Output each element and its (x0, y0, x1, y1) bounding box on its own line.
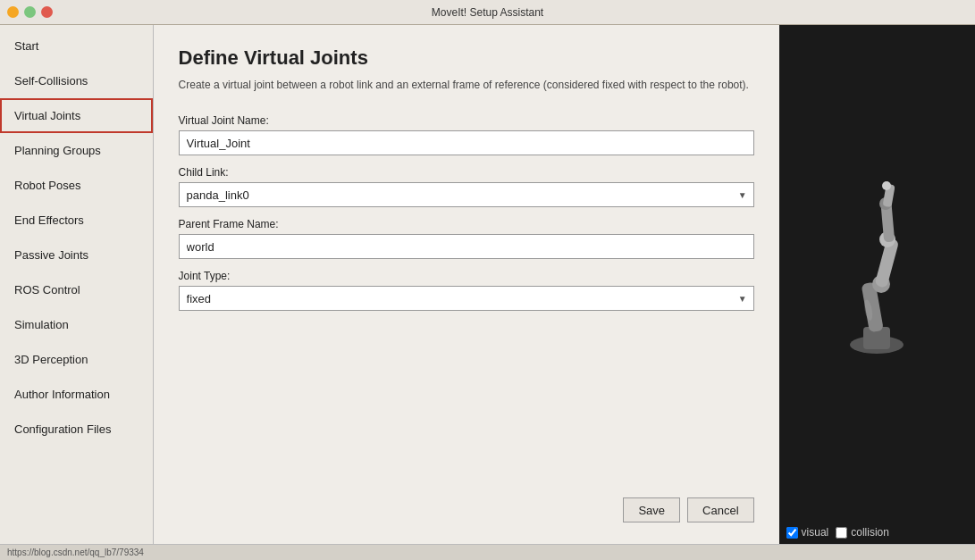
joint-type-select-wrapper: fixed floating planar (179, 286, 754, 311)
button-row: Save Cancel (179, 480, 754, 522)
page-description: Create a virtual joint between a robot l… (179, 77, 754, 93)
sidebar-item-end-effectors[interactable]: End Effectors (0, 203, 153, 238)
parent-frame-name-label: Parent Frame Name: (179, 218, 754, 230)
child-link-select-wrapper: panda_link0 (179, 182, 754, 207)
collision-checkbox-label[interactable]: collision (836, 526, 889, 539)
sidebar-item-passive-joints[interactable]: Passive Joints (0, 238, 153, 272)
svg-point-9 (882, 181, 891, 190)
sidebar-item-virtual-joints[interactable]: Virtual Joints (0, 98, 153, 133)
maximize-button[interactable] (24, 6, 36, 18)
virtual-joint-name-group: Virtual Joint Name: (179, 114, 754, 155)
child-link-label: Child Link: (179, 166, 754, 179)
sidebar: Start Self-Collisions Virtual Joints Pla… (0, 25, 154, 544)
parent-frame-name-group: Parent Frame Name: (179, 218, 754, 259)
child-link-group: Child Link: panda_link0 (179, 166, 754, 207)
page-title: Define Virtual Joints (179, 46, 754, 70)
sidebar-item-author-information[interactable]: Author Information (0, 377, 153, 412)
sidebar-item-3d-perception[interactable]: 3D Perception (0, 342, 153, 377)
robot-controls: visual collision (779, 521, 975, 544)
sidebar-item-robot-poses[interactable]: Robot Poses (0, 168, 153, 203)
title-bar: MoveIt! Setup Assistant (0, 0, 975, 25)
status-text: https://blog.csdn.net/qq_lb7/79334 (7, 547, 144, 557)
sidebar-item-start[interactable]: Start (0, 29, 153, 63)
window-title: MoveIt! Setup Assistant (61, 6, 914, 19)
sidebar-item-configuration-files[interactable]: Configuration Files (0, 412, 153, 447)
sidebar-item-ros-control[interactable]: ROS Control (0, 272, 153, 307)
robot-panel: visual collision (779, 25, 975, 544)
child-link-select[interactable]: panda_link0 (179, 182, 754, 207)
robot-arm-graphic (805, 175, 948, 372)
close-button[interactable] (41, 6, 53, 18)
collision-label: collision (851, 526, 889, 539)
joint-type-group: Joint Type: fixed floating planar (179, 270, 754, 311)
content-area: Define Virtual Joints Create a virtual j… (154, 25, 779, 544)
minimize-button[interactable] (7, 6, 19, 18)
joint-type-select[interactable]: fixed floating planar (179, 286, 754, 311)
virtual-joint-name-label: Virtual Joint Name: (179, 114, 754, 127)
virtual-joint-name-input[interactable] (179, 130, 754, 155)
sidebar-item-self-collisions[interactable]: Self-Collisions (0, 63, 153, 98)
save-button[interactable]: Save (623, 497, 680, 522)
collision-checkbox[interactable] (836, 527, 847, 539)
sidebar-item-planning-groups[interactable]: Planning Groups (0, 133, 153, 168)
parent-frame-name-input[interactable] (179, 234, 754, 259)
sidebar-item-simulation[interactable]: Simulation (0, 307, 153, 342)
visual-checkbox[interactable] (786, 527, 798, 539)
visual-checkbox-label[interactable]: visual (786, 526, 829, 539)
visual-label: visual (802, 526, 829, 539)
main-container: Start Self-Collisions Virtual Joints Pla… (0, 25, 975, 544)
robot-viewport (779, 25, 975, 521)
joint-type-label: Joint Type: (179, 270, 754, 282)
cancel-button[interactable]: Cancel (687, 497, 753, 522)
status-bar: https://blog.csdn.net/qq_lb7/79334 (0, 544, 975, 560)
